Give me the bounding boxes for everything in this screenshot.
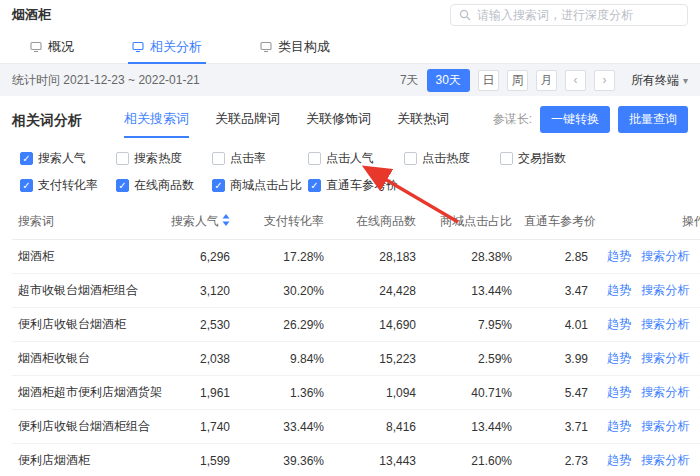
products-cell: 24,428	[330, 274, 422, 308]
search-analysis-link[interactable]: 搜索分析	[641, 453, 689, 467]
products-cell: 14,690	[330, 308, 422, 342]
metric-checkbox[interactable]: 支付转化率	[20, 177, 116, 194]
metric-checkbox[interactable]: 搜索人气	[20, 150, 116, 167]
popularity-cell: 3,120	[162, 274, 236, 308]
conversion-cell: 30.20%	[236, 274, 330, 308]
search-input[interactable]	[477, 8, 679, 22]
subtab-related-search-words[interactable]: 相关搜索词	[124, 110, 189, 138]
metric-checkbox[interactable]: 点击热度	[404, 150, 500, 167]
products-cell: 15,223	[330, 342, 422, 376]
overview-tab-icon	[30, 41, 42, 53]
checkbox-icon	[116, 152, 129, 165]
metric-checkbox[interactable]: 搜索热度	[116, 150, 212, 167]
popularity-cell: 1,599	[162, 444, 236, 476]
actions-cell: 趋势 搜索分析 人群分析	[594, 274, 700, 308]
period-month-button[interactable]: 月	[536, 70, 557, 91]
checkbox-icon	[20, 152, 33, 165]
table-row: 烟酒柜收银台 2,038 9.84% 15,223 2.59% 3.99 趋势 …	[12, 342, 700, 376]
table-row: 超市收银台烟酒柜组合 3,120 30.20% 24,428 13.44% 3.…	[12, 274, 700, 308]
tab-label: 概况	[48, 38, 74, 56]
batch-query-button[interactable]: 批量查询	[618, 106, 688, 133]
one-key-convert-button[interactable]: 一键转换	[540, 106, 610, 133]
search-box[interactable]	[450, 4, 688, 26]
conversion-cell: 1.36%	[236, 376, 330, 410]
checkbox-icon	[308, 179, 321, 192]
conversion-cell: 39.36%	[236, 444, 330, 476]
table-row: 便利店收银台烟酒柜组合 1,740 33.44% 8,416 13.44% 3.…	[12, 410, 700, 444]
metric-checkbox[interactable]: 商城点击占比	[212, 177, 308, 194]
tab-category-composition[interactable]: 类目构成	[260, 30, 330, 63]
metric-checkbox[interactable]: 直通车参考价	[308, 177, 404, 194]
products-cell: 1,094	[330, 376, 422, 410]
next-icon[interactable]: ›	[594, 70, 615, 91]
trend-link[interactable]: 趋势	[607, 249, 631, 263]
tab-overview[interactable]: 概况	[30, 30, 74, 63]
actions-cell: 趋势 搜索分析 人群分析	[594, 444, 700, 476]
col-search-popularity[interactable]: 搜索人气	[162, 204, 236, 240]
category-tab-icon	[260, 41, 272, 53]
search-term-cell: 烟酒柜超市便利店烟酒货架	[12, 376, 162, 410]
keywords-table: 搜索词 搜索人气 支付转化率 在线商品数 商城点击占比 直通车参考价 操作 烟酒…	[12, 204, 700, 476]
actions-cell: 趋势 搜索分析 人群分析	[594, 342, 700, 376]
table-header-row: 搜索词 搜索人气 支付转化率 在线商品数 商城点击占比 直通车参考价 操作	[12, 204, 700, 240]
popularity-cell: 1,961	[162, 376, 236, 410]
popularity-cell: 2,038	[162, 342, 236, 376]
subtabs: 相关搜索词 关联品牌词 关联修饰词 关联热词	[124, 110, 449, 138]
search-analysis-link[interactable]: 搜索分析	[641, 419, 689, 433]
col-mall-click-ratio: 商城点击占比	[422, 204, 518, 240]
search-analysis-link[interactable]: 搜索分析	[641, 385, 689, 399]
ztc-price-cell: 5.47	[518, 376, 594, 410]
prev-icon[interactable]: ‹	[565, 70, 586, 91]
ztc-price-cell: 3.99	[518, 342, 594, 376]
search-analysis-link[interactable]: 搜索分析	[641, 317, 689, 331]
trend-link[interactable]: 趋势	[607, 283, 631, 297]
mall-ratio-cell: 7.95%	[422, 308, 518, 342]
range-7d-button[interactable]: 7天	[400, 72, 419, 89]
terminal-dropdown[interactable]: 所有终端 ▾	[631, 72, 688, 89]
metric-checkbox[interactable]: 点击人气	[308, 150, 404, 167]
popularity-cell: 1,740	[162, 410, 236, 444]
col-pay-conversion: 支付转化率	[236, 204, 330, 240]
related-analysis-tab-icon	[132, 41, 144, 53]
trend-link[interactable]: 趋势	[607, 385, 631, 399]
subtab-modifier-words[interactable]: 关联修饰词	[306, 110, 371, 138]
search-analysis-link[interactable]: 搜索分析	[641, 351, 689, 365]
search-term-cell: 烟酒柜收银台	[12, 342, 162, 376]
subtab-hot-words[interactable]: 关联热词	[397, 110, 449, 138]
checkbox-icon	[116, 179, 129, 192]
trend-link[interactable]: 趋势	[607, 317, 631, 331]
tab-label: 相关分析	[150, 38, 202, 56]
search-term-cell: 便利店烟酒柜	[12, 444, 162, 476]
tab-bar: 概况 相关分析 类目构成	[0, 30, 700, 64]
trend-link[interactable]: 趋势	[607, 453, 631, 467]
ztc-price-cell: 4.01	[518, 308, 594, 342]
period-day-button[interactable]: 日	[478, 70, 499, 91]
metric-checkbox[interactable]: 点击率	[212, 150, 308, 167]
search-analysis-link[interactable]: 搜索分析	[641, 283, 689, 297]
range-30d-button[interactable]: 30天	[427, 69, 470, 92]
products-cell: 13,443	[330, 444, 422, 476]
sort-icon[interactable]	[222, 214, 230, 229]
trend-link[interactable]: 趋势	[607, 351, 631, 365]
popularity-cell: 2,530	[162, 308, 236, 342]
tab-related-analysis[interactable]: 相关分析	[132, 30, 202, 63]
metric-checkbox[interactable]: 交易指数	[500, 150, 596, 167]
checkbox-icon	[20, 179, 33, 192]
popularity-cell: 6,296	[162, 240, 236, 274]
trend-link[interactable]: 趋势	[607, 419, 631, 433]
search-analysis-link[interactable]: 搜索分析	[641, 249, 689, 263]
main-panel: 相关词分析 相关搜索词 关联品牌词 关联修饰词 关联热词 参谋长: 一键转换 批…	[0, 96, 700, 476]
checkbox-icon	[500, 152, 513, 165]
mall-ratio-cell: 13.44%	[422, 274, 518, 308]
metric-checkbox[interactable]: 在线商品数	[116, 177, 212, 194]
stats-bar: 统计时间 2021-12-23 ~ 2022-01-21 7天 30天 日 周 …	[0, 64, 700, 96]
conversion-cell: 33.44%	[236, 410, 330, 444]
col-actions: 操作	[594, 204, 700, 240]
mall-ratio-cell: 2.59%	[422, 342, 518, 376]
period-week-button[interactable]: 周	[507, 70, 528, 91]
subtab-brand-words[interactable]: 关联品牌词	[215, 110, 280, 138]
actions-cell: 趋势 搜索分析 人群分析	[594, 410, 700, 444]
mall-ratio-cell: 28.38%	[422, 240, 518, 274]
table-row: 烟酒柜 6,296 17.28% 28,183 28.38% 2.85 趋势 搜…	[12, 240, 700, 274]
checkbox-icon	[212, 179, 225, 192]
